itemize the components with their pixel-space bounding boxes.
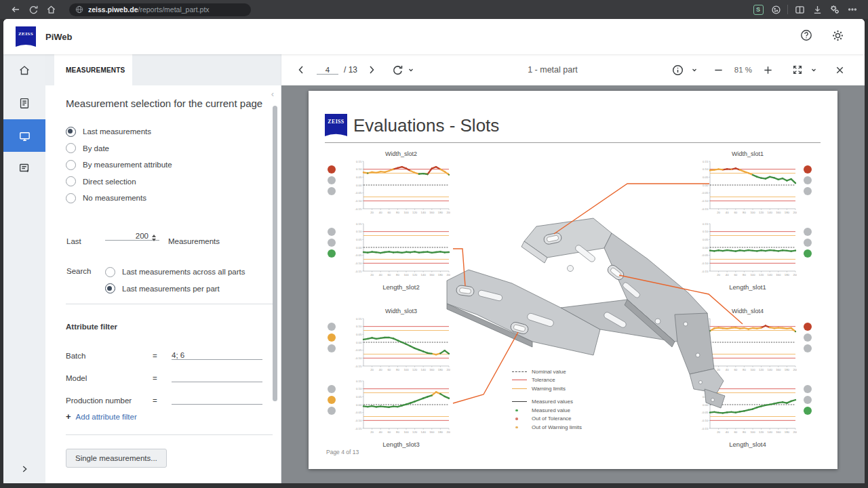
sidebar-item-reports[interactable] [3, 87, 45, 119]
svg-text:0.05: 0.05 [703, 395, 709, 399]
radio-label: Direct selection [83, 178, 136, 186]
next-page-icon[interactable] [364, 62, 379, 77]
svg-text:ZEISS: ZEISS [328, 119, 344, 125]
radio-option[interactable]: By date [66, 140, 172, 157]
radio-icon[interactable] [66, 160, 76, 170]
help-icon[interactable] [800, 29, 812, 44]
status-dot-red [328, 165, 336, 174]
radio-icon[interactable] [105, 267, 115, 277]
radio-label: Last measurements [83, 127, 151, 136]
panel-collapse-icon[interactable]: ‹ [271, 91, 274, 98]
attribute-value-input[interactable] [172, 396, 262, 405]
svg-text:-0.10: -0.10 [702, 419, 709, 422]
legend-label: Tolerance [532, 377, 555, 383]
settings-gear-icon[interactable] [831, 29, 844, 45]
extension-s-icon[interactable]: S [749, 2, 767, 17]
radio-option[interactable]: Last measurements across all parts [105, 264, 245, 281]
add-attribute-filter-link[interactable]: + Add attribute filter [66, 411, 137, 422]
radio-option[interactable]: Direct selection [66, 174, 172, 190]
svg-text:-0.10: -0.10 [355, 199, 362, 203]
radio-icon[interactable] [105, 283, 115, 293]
cookie-icon[interactable] [767, 2, 785, 17]
svg-text:80: 80 [743, 368, 746, 371]
svg-text:200: 200 [793, 430, 797, 434]
refresh-icon[interactable] [390, 62, 405, 77]
legend-item: Warning limits [512, 384, 582, 393]
radio-option[interactable]: Last measurements [66, 123, 172, 140]
status-dot-gray [804, 176, 812, 184]
svg-text:140: 140 [421, 211, 427, 214]
page-number-input[interactable] [317, 66, 338, 75]
sidebar-item-home[interactable] [3, 54, 45, 87]
refresh-dropdown-icon[interactable] [408, 64, 414, 76]
radio-option[interactable]: By measurement attribute [66, 157, 172, 174]
legend-label: Measured value [532, 407, 570, 413]
count-stepper[interactable] [152, 235, 156, 241]
sidebar-expand-chevron[interactable] [3, 464, 45, 474]
reload-icon[interactable] [24, 2, 42, 17]
split-screen-icon[interactable] [791, 2, 808, 17]
zoom-out-icon[interactable] [711, 62, 726, 77]
svg-text:-0.15: -0.15 [355, 270, 362, 273]
address-bar[interactable]: zeiss.piweb.de/reports/metal_part.ptx [69, 3, 251, 16]
svg-text:40: 40 [726, 368, 729, 371]
svg-text:160: 160 [776, 368, 781, 371]
prev-page-icon[interactable] [294, 62, 309, 77]
svg-text:120: 120 [759, 273, 764, 277]
status-dot-gray [328, 228, 336, 236]
svg-text:0.00: 0.00 [703, 403, 709, 407]
radio-icon[interactable] [66, 176, 76, 186]
traffic-light-dots [328, 165, 336, 195]
last-label: Last [66, 237, 81, 245]
single-measurements-button[interactable]: Single measurements... [66, 449, 167, 468]
panel-scrollbar[interactable] [273, 106, 277, 401]
attribute-value-input[interactable] [172, 373, 262, 382]
home-icon[interactable] [42, 2, 60, 17]
info-icon[interactable] [671, 62, 686, 77]
radio-option[interactable]: No measurements [66, 190, 172, 207]
traffic-light-dots [804, 323, 812, 352]
attribute-value-input[interactable] [172, 351, 262, 360]
control-chart: 0.150.100.050.00-0.05-0.10-0.15204060801… [352, 316, 450, 375]
attribute-label: Model [66, 374, 153, 382]
tab-measurements[interactable]: MEASUREMENTS [54, 54, 132, 85]
operator-label: = [153, 352, 172, 360]
attribute-filter-title: Attribute filter [66, 323, 117, 331]
sidebar-rail [3, 54, 45, 483]
sidebar-item-measurement-plans[interactable] [3, 152, 45, 184]
svg-text:40: 40 [726, 430, 729, 434]
radio-icon[interactable] [66, 143, 76, 153]
svg-text:140: 140 [768, 273, 773, 277]
traffic-light-dots [804, 228, 812, 258]
status-dot-orange [328, 333, 336, 342]
browser-essentials-icon[interactable] [826, 2, 844, 17]
chart-group-slot1: Width_slot10.150.100.050.00-0.05-0.10-0.… [678, 150, 817, 293]
fit-to-screen-icon[interactable] [790, 62, 805, 77]
traffic-light-dots [328, 228, 336, 258]
download-icon[interactable] [808, 2, 826, 17]
back-icon[interactable] [7, 2, 24, 17]
status-dot-gray [328, 407, 336, 415]
last-count-input[interactable] [105, 232, 159, 241]
radio-icon[interactable] [66, 127, 76, 137]
zoom-in-icon[interactable] [760, 62, 775, 77]
fit-dropdown-icon[interactable] [810, 64, 817, 76]
radio-icon[interactable] [66, 193, 76, 203]
svg-text:140: 140 [768, 211, 773, 214]
chart-title: Width_slot1 [698, 150, 797, 157]
more-menu-icon[interactable] [844, 2, 861, 17]
info-dropdown-icon[interactable] [691, 64, 698, 76]
sidebar-item-viewer[interactable] [3, 119, 45, 152]
measurements-panel: MEASUREMENTS ‹ Measurement selection for… [45, 54, 281, 483]
close-icon[interactable] [832, 62, 847, 77]
radio-option[interactable]: Last measurements per part [105, 281, 245, 298]
svg-text:0.10: 0.10 [356, 387, 362, 390]
svg-text:0.15: 0.15 [703, 160, 709, 163]
svg-text:60: 60 [387, 211, 391, 214]
svg-text:180: 180 [785, 430, 790, 434]
traffic-light-dots [804, 165, 812, 195]
svg-text:20: 20 [370, 368, 374, 371]
title-rule [325, 142, 821, 143]
report-page: ZEISS Evaluations - Slots Width_slot20.1… [309, 91, 837, 469]
attribute-label: Batch [66, 352, 153, 360]
